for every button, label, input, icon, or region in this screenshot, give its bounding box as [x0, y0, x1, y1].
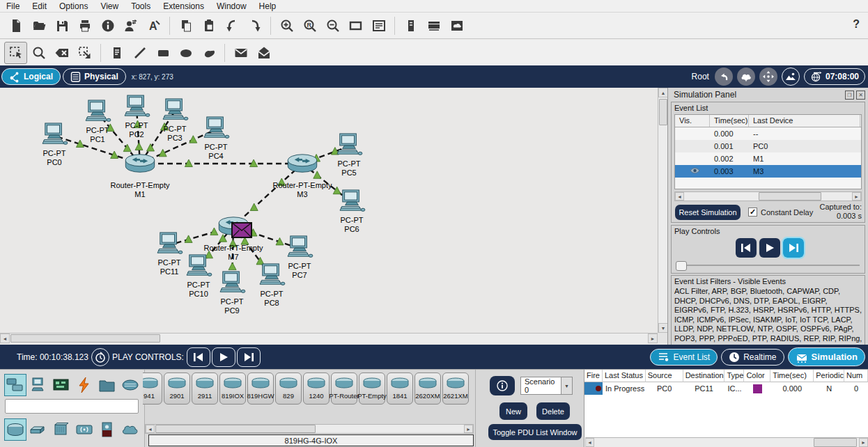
model-2620XM[interactable]: 2620XM — [414, 372, 441, 405]
scroll-down-arrow[interactable]: ▼ — [658, 323, 668, 333]
category-power-grid[interactable] — [73, 374, 95, 396]
scenario-dropdown-arrow-icon[interactable]: ▼ — [561, 377, 572, 394]
pdu-column-timesec[interactable]: Time(sec) — [770, 370, 814, 382]
draw-rectangle-tool-icon[interactable] — [151, 42, 174, 64]
model-scroll-handle[interactable] — [155, 425, 316, 433]
pdu-column-periodic[interactable]: Periodic — [814, 370, 844, 382]
model-2901[interactable]: 2901 — [164, 372, 190, 405]
category-multiuser[interactable] — [96, 374, 118, 396]
pdu-fire-cell[interactable] — [584, 382, 603, 395]
menu-tools[interactable]: Tools — [125, 1, 157, 11]
event-column-vis[interactable]: Vis. — [675, 115, 710, 127]
inspect-tool-icon[interactable] — [27, 42, 50, 64]
custom-devices-dialog-icon[interactable] — [367, 15, 390, 37]
pdu-list-scrollbar[interactable]: ◄ ► — [585, 437, 868, 447]
model-2621XM[interactable]: 2621XM — [442, 372, 469, 405]
model-1841[interactable]: 1841 — [387, 372, 413, 405]
pdu-column-laststatus[interactable]: Last Status — [603, 370, 646, 382]
bottom-step-back-button[interactable] — [187, 347, 210, 367]
menu-options[interactable]: Options — [53, 1, 94, 11]
drawing-palette-icon[interactable] — [344, 15, 367, 37]
pdu-column-source[interactable]: Source — [646, 370, 683, 382]
menu-help[interactable]: Help — [253, 1, 283, 11]
scroll-right-arrow[interactable]: ► — [648, 334, 658, 343]
delete-scenario-button[interactable]: Delete — [536, 402, 570, 420]
menu-file[interactable]: File — [0, 1, 26, 11]
draw-freeform-tool-icon[interactable] — [197, 42, 220, 64]
category-network-devices[interactable] — [4, 374, 26, 396]
category-components[interactable] — [50, 374, 72, 396]
copy-icon[interactable] — [174, 15, 197, 37]
speed-slider-track[interactable] — [677, 265, 860, 266]
category-remote-network[interactable] — [119, 374, 141, 396]
scenario-info-button[interactable] — [490, 376, 515, 395]
zoom-in-icon[interactable] — [275, 15, 298, 37]
realtime-mode-button[interactable]: Realtime — [721, 349, 784, 366]
model-2911[interactable]: 2911 — [192, 372, 218, 405]
model-scroll-left-arrow[interactable]: ◄ — [146, 425, 155, 433]
paste-icon[interactable] — [197, 15, 220, 37]
model-819IOX[interactable]: 819IOX — [219, 372, 246, 405]
close-panel-icon[interactable]: ✕ — [856, 91, 865, 100]
pdu-scroll-right-arrow[interactable]: ► — [859, 438, 868, 447]
reset-time-icon[interactable] — [91, 348, 109, 366]
model-strip-scrollbar[interactable]: ◄ ► — [145, 424, 474, 434]
new-scenario-button[interactable]: New — [499, 402, 527, 420]
pdu-column-num[interactable]: Num — [844, 370, 868, 382]
new-cluster-button[interactable] — [737, 68, 755, 86]
print-icon[interactable] — [73, 15, 96, 37]
bottom-step-forward-button[interactable] — [237, 347, 261, 367]
model-941[interactable]: 941 — [143, 372, 162, 405]
vertical-scroll-handle[interactable] — [659, 99, 667, 125]
model-1240[interactable]: 1240 — [303, 372, 330, 405]
event-list-table[interactable]: Vis.Time(sec)Last Device 0.000--0.001PC0… — [674, 114, 862, 189]
model-PT-Empty[interactable]: PT-Empty — [359, 372, 385, 405]
pdu-column-fire[interactable]: Fire — [584, 370, 603, 382]
menu-edit[interactable]: Edit — [26, 1, 53, 11]
environment-clock[interactable]: 07:08:00 — [804, 68, 865, 85]
category-end-devices[interactable] — [27, 374, 49, 396]
event-scroll-left-arrow[interactable]: ◄ — [675, 192, 684, 201]
help-icon[interactable]: ? — [853, 18, 860, 31]
event-visibility-cell[interactable] — [675, 167, 710, 175]
delete-tool-icon[interactable] — [50, 42, 73, 64]
user-profile-icon[interactable] — [119, 15, 142, 37]
redo-icon[interactable] — [243, 15, 266, 37]
device-node-M3[interactable]: Router-PT-EmptyM3 — [268, 152, 337, 199]
device-node-M1[interactable]: Router-PT-EmptyM1 — [105, 152, 175, 199]
event-scroll-handle[interactable] — [759, 192, 821, 201]
save-icon[interactable] — [50, 15, 73, 37]
activity-wizard-icon[interactable]: A — [142, 15, 165, 37]
model-819HGW[interactable]: 819HGW — [247, 372, 274, 405]
simulation-mode-button[interactable]: Simulation — [788, 347, 865, 366]
play-button[interactable] — [759, 238, 780, 258]
canvas-horizontal-scrollbar[interactable]: ◄ ► — [0, 333, 658, 343]
bottom-play-button[interactable] — [212, 347, 235, 367]
scroll-left-arrow[interactable]: ◄ — [0, 334, 10, 343]
step-back-button[interactable] — [736, 238, 757, 258]
scroll-up-arrow[interactable]: ▲ — [658, 88, 668, 97]
open-folder-icon[interactable] — [27, 15, 50, 37]
add-complex-pdu-icon[interactable] — [252, 42, 275, 64]
pdu-column-color[interactable]: Color — [744, 370, 770, 382]
subcategory-switches[interactable] — [27, 418, 49, 441]
pdu-scroll-left-arrow[interactable]: ◄ — [585, 438, 594, 447]
subcategory-wireless-devices[interactable] — [73, 418, 95, 441]
place-note-tool-icon[interactable] — [105, 42, 128, 64]
pdu-column-destination[interactable]: Destination — [683, 370, 725, 382]
event-scroll-right-arrow[interactable]: ► — [852, 192, 861, 201]
event-column-lastdevice[interactable]: Last Device — [749, 115, 860, 127]
set-background-button[interactable] — [782, 68, 800, 86]
scenario-dropdown[interactable]: Scenario 0 ▼ — [520, 377, 573, 395]
menu-extensions[interactable]: Extensions — [157, 1, 210, 11]
subcategory-wan-emulation[interactable] — [119, 418, 141, 441]
constant-delay-checkbox[interactable]: ✓ — [748, 207, 757, 217]
physical-view-tab[interactable]: Physical — [63, 68, 126, 85]
subcategory-security[interactable] — [96, 418, 118, 441]
event-column-timesec[interactable]: Time(sec) — [710, 115, 749, 127]
logical-view-tab[interactable]: Logical — [1, 68, 61, 85]
float-panel-icon[interactable]: ❐ — [845, 91, 854, 100]
undo-icon[interactable] — [220, 15, 243, 37]
menu-view[interactable]: View — [94, 1, 125, 11]
step-forward-button[interactable] — [783, 238, 804, 258]
